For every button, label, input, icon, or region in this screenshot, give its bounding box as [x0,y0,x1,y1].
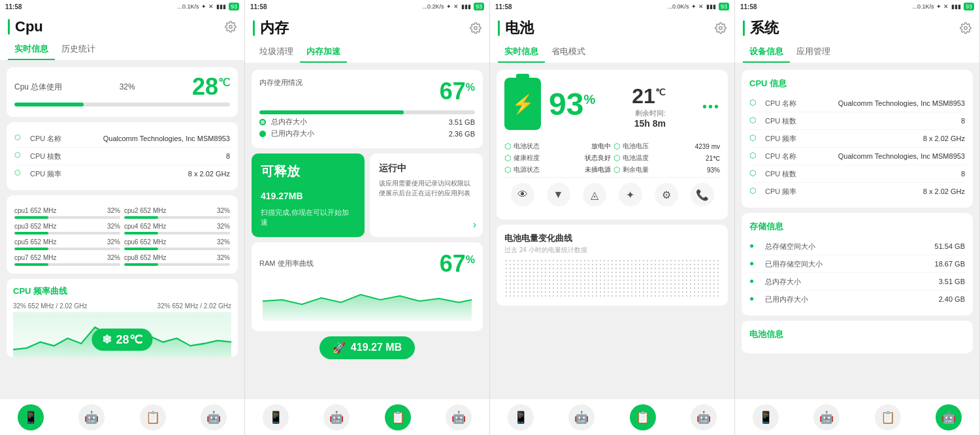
cpu-chart-title: CPU 频率曲线 [13,285,231,297]
bat-voltage-icon: ⬡ [613,142,620,151]
sys-settings-icon[interactable] [960,22,972,34]
bluetooth-icon-btn[interactable]: ✦ [619,183,642,206]
mem-nav-list[interactable]: 📋 [385,404,411,430]
settings-icon-btn[interactable]: ⚙ [655,183,678,206]
phone-icon-btn[interactable]: 📞 [691,183,714,206]
sys-title-accent [743,20,745,36]
bat-nav-home[interactable]: 📱 [508,404,534,430]
sys-content: CPU 信息 ⬡ CPU 名称 Qualcomm Technologies, I… [735,63,979,398]
bat-settings-icon[interactable] [715,22,727,34]
nav-list[interactable]: 📋 [140,404,166,430]
bat-title-accent [498,20,500,36]
cpu-temp: 28℃ [192,75,230,99]
svg-point-3 [474,27,478,30]
tab-history[interactable]: 历史统计 [55,39,102,60]
nav-bot[interactable]: 🤖 [78,404,105,430]
cpu-freq-val: 8 x 2.02 GHz [188,170,230,178]
tab-bat-save[interactable]: 省电模式 [545,42,592,63]
signal-icon-btn[interactable]: ◬ [583,183,606,206]
boost-title: 可释放 [261,163,355,180]
bat-nav-bot2[interactable]: 🤖 [691,404,717,430]
mem-time: 11:58 [250,3,267,10]
sys-total-storage: ● 总存储空间大小 51.54 GB [749,238,965,255]
cpu-cores-icon: ⬡ [14,151,25,161]
mem-settings-icon[interactable] [470,22,482,34]
cpu-time: 11:58 [5,3,22,10]
mem-title-accent [253,20,255,36]
ram-chart-svg [259,282,475,321]
wifi-icon-btn[interactable]: ▼ [547,183,570,206]
bat-more-dots[interactable]: ••• [702,99,720,114]
mem-title: 内存 [253,18,289,38]
cpu-cores-row: ⬡ CPU 核数 8 [14,148,230,165]
sys-cpu-freq2-icon: ⬡ [749,186,760,197]
bat-tab-bar: 实时信息 省电模式 [498,42,727,63]
bat-health: ⬡ 健康程度 状态良好 [504,153,611,163]
bat-chart-title: 电池电量变化曲线 [504,233,720,244]
sys-nav-home[interactable]: 📱 [753,404,779,430]
mem-pct: 67% [440,78,475,105]
bat-icon-row: 👁 ▼ ◬ ✦ ⚙ 📞 [504,177,720,212]
nav-bot2[interactable]: 🤖 [201,404,227,430]
sys-signal: ...0.1K/s ✦ ✕ ▮▮▮ 93 [912,3,974,10]
nav-home[interactable]: 📱 [18,404,44,430]
mem-fab-button[interactable]: 🚀 419.27 MB [319,336,415,359]
sys-cpu-section: CPU 信息 ⬡ CPU 名称 Qualcomm Technologies, I… [742,70,973,208]
cpu-panel: 11:58 ...0.1K/s ✦ ✕ ▮▮▮ 93 Cpu 实时信息 历史统计 [0,0,245,435]
mem-nav-home[interactable]: 📱 [263,404,289,430]
cpu-cores-grid: cpu1 652 MHz32% cpu2 652 MHz32% cpu3 652… [14,207,230,266]
sys-nav-bot2[interactable]: 🤖 [936,404,962,430]
tab-garbage[interactable]: 垃圾清理 [253,42,300,63]
running-desc: 该应用需要使用记录访问权限以便展示后台正在运行的应用列表 [379,178,474,198]
cpu-freq-icon: ⬡ [14,169,25,179]
sys-cpu-name1-icon: ⬡ [749,98,760,108]
sys-storage-section: 存储信息 ● 总存储空间大小 51.54 GB ● 已用存储空间大小 18.67… [742,213,973,315]
boost-card[interactable]: 可释放 419.27MB 扫描完成,你现在可以开始加速 [252,153,365,237]
chevron-right-icon: › [473,219,476,231]
core-1: cpu1 652 MHz32% [14,207,120,219]
cpu-chart-labels: 32% 652 MHz / 2.02 GHz 32% 652 MHz / 2.0… [13,302,231,310]
cpu-cores-val: 8 [226,152,230,160]
bat-chart-sub: 过去 24 小时的电量统计数据 [504,246,720,255]
cpu-signal: ...0.1K/s ✦ ✕ ▮▮▮ 93 [177,3,239,10]
tab-boost[interactable]: 内存加速 [300,42,347,63]
sys-cpu-name2-icon: ⬡ [749,151,760,161]
core-5: cpu5 652 MHz32% [14,238,120,250]
sys-nav-bot[interactable]: 🤖 [813,404,840,430]
ram-chart-pct: 67% [440,250,475,278]
mem-signal: ...0.2K/s ✦ ✕ ▮▮▮ 93 [422,3,484,10]
cpu-usage-label: Cpu 总体使用 [14,82,62,93]
ram-chart-label: RAM 使用率曲线 [259,259,314,268]
cpu-usage-pct: 32% [120,82,135,91]
cpu-progress-fill [14,103,84,106]
tab-app-mgmt[interactable]: 应用管理 [790,42,837,63]
bat-remaining-pct: ⬡ 剩余电量 93% [613,165,720,174]
tab-device-info[interactable]: 设备信息 [743,42,790,63]
mem-nav-bot[interactable]: 🤖 [323,404,350,430]
battery-panel: 11:58 ...0.0K/s ✦ ✕ ▮▮▮ 93 电池 实时信息 省电模式 [490,0,735,435]
bat-temp-icon: ⬡ [613,153,620,163]
sys-used-mem-icon: ● [749,294,760,304]
bat-nav-list[interactable]: 📋 [630,404,656,430]
bat-status-bar: 11:58 ...0.0K/s ✦ ✕ ▮▮▮ 93 [490,0,734,13]
cpu-settings-icon[interactable] [225,21,237,33]
mem-nav-bot2[interactable]: 🤖 [446,404,472,430]
running-card[interactable]: 运行中 该应用需要使用记录访问权限以便展示后台正在运行的应用列表 › [370,153,483,237]
bat-nav-bot[interactable]: 🤖 [568,404,595,430]
core-8: cpu8 652 MHz32% [124,254,230,266]
cpu-cores-card: cpu1 652 MHz32% cpu2 652 MHz32% cpu3 652… [7,195,238,274]
cpu-temp-badge: ❄ 28℃ [91,329,152,351]
bat-temp: 21℃ [632,84,666,108]
core-7: cpu7 652 MHz32% [14,254,120,266]
bat-title: 电池 [498,18,534,38]
tab-bat-realtime[interactable]: 实时信息 [498,42,545,63]
bat-health-icon: ⬡ [504,153,511,163]
sys-nav-list[interactable]: 📋 [875,404,901,430]
tab-realtime[interactable]: 实时信息 [8,39,55,60]
eye-icon-btn[interactable]: 👁 [511,183,534,206]
mem-tab-bar: 垃圾清理 内存加速 [253,42,482,63]
core-2: cpu2 652 MHz32% [124,207,230,219]
bat-status: ⬡ 电池状态 放电中 [504,142,611,151]
cpu-chart-card: CPU 频率曲线 32% 652 MHz / 2.02 GHz 32% 652 … [7,279,238,357]
cpu-freq-row: ⬡ CPU 频率 8 x 2.02 GHz [14,165,230,182]
